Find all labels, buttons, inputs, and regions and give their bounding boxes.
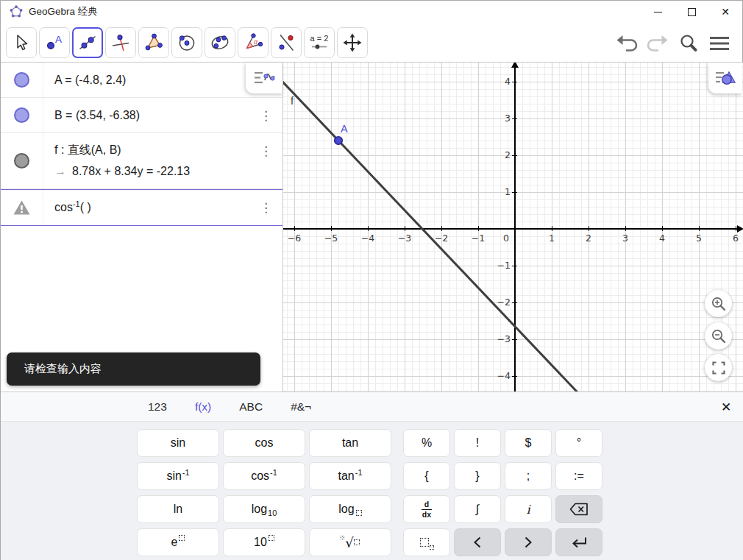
redo-button[interactable] xyxy=(644,30,669,57)
close-button[interactable]: ✕ xyxy=(708,1,742,23)
zoom-in-button[interactable] xyxy=(705,290,732,317)
svg-text:a = 2: a = 2 xyxy=(310,34,329,43)
point-A[interactable] xyxy=(335,137,343,145)
graphics-view[interactable]: −6−5−4−3−2−10123456−4−3−2−11234 fA xyxy=(283,63,743,391)
tab-fx[interactable]: f(x) xyxy=(189,400,217,414)
visibility-marble[interactable] xyxy=(14,72,29,88)
fullscreen-button[interactable] xyxy=(705,354,732,381)
key-degree[interactable]: ° xyxy=(555,429,602,457)
algebra-settings-icon xyxy=(252,68,276,88)
key-arcsin[interactable]: sin-1 xyxy=(137,462,219,490)
tab-123[interactable]: 123 xyxy=(142,400,173,414)
key-right-arrow[interactable] xyxy=(505,528,552,556)
key-sin[interactable]: sin xyxy=(137,429,219,457)
row-menu-button[interactable]: ⋮ xyxy=(260,109,272,121)
maximize-button[interactable] xyxy=(675,1,708,23)
titlebar: GeoGebra 经典 ✕ xyxy=(1,1,742,23)
point-tool[interactable]: A xyxy=(39,27,70,58)
key-brace-close[interactable]: } xyxy=(454,462,501,490)
svg-text:A: A xyxy=(55,34,62,45)
algebra-row[interactable]: cos-1( )⋮ xyxy=(1,189,282,226)
key-subscript[interactable] xyxy=(403,528,450,556)
key-backspace[interactable] xyxy=(555,495,602,523)
input-error-tooltip: 请检查输入内容 xyxy=(7,352,260,386)
line-f-label: f xyxy=(291,95,294,107)
algebra-expression: B = (3.54, -6.38) xyxy=(54,108,140,123)
tab-special[interactable]: #&¬ xyxy=(285,400,317,414)
key-logb[interactable]: log xyxy=(309,495,391,523)
key-ten-power[interactable]: 10 xyxy=(223,528,305,556)
zoom-out-button[interactable] xyxy=(705,322,732,350)
visibility-marble[interactable] xyxy=(14,153,29,169)
algebra-settings-button[interactable] xyxy=(246,63,282,93)
reflect-tool[interactable] xyxy=(271,27,302,58)
row-menu-button[interactable]: ⋮ xyxy=(260,202,272,214)
key-arccos[interactable]: cos-1 xyxy=(223,462,305,490)
key-ln[interactable]: ln xyxy=(137,495,219,523)
geogebra-logo-icon xyxy=(10,5,23,18)
slider-tool[interactable]: a = 2 xyxy=(304,27,335,58)
key-semicolon[interactable]: ; xyxy=(505,462,552,490)
graphics-settings-icon xyxy=(714,68,736,88)
keyboard-close-button[interactable]: ✕ xyxy=(717,397,736,417)
angle-tool[interactable]: α xyxy=(238,27,269,58)
virtual-keyboard: 123f(x)ABC#&¬✕ sincostan%!$°sin-1cos-1ta… xyxy=(1,391,743,560)
graphics-settings-button[interactable] xyxy=(708,63,742,93)
key-log10[interactable]: log10 xyxy=(223,495,305,523)
key-dollar[interactable]: $ xyxy=(505,429,552,457)
key-enter[interactable] xyxy=(555,528,602,556)
key-left-arrow[interactable] xyxy=(454,528,501,556)
key-arctan[interactable]: tan-1 xyxy=(309,462,391,490)
point-A-label: A xyxy=(341,123,348,135)
ellipse-tool[interactable] xyxy=(205,27,235,58)
algebra-row[interactable]: B = (3.54, -6.38)⋮ xyxy=(1,98,282,133)
key-derivative[interactable]: ddx xyxy=(403,495,450,523)
perpendicular-line-tool[interactable] xyxy=(105,27,136,58)
algebra-view[interactable]: A = (-4.8, 2.4)B = (3.54, -6.38)⋮f : 直线(… xyxy=(1,63,283,391)
warning-icon xyxy=(13,199,31,216)
key-tan[interactable]: tan xyxy=(309,429,391,457)
line-tool[interactable] xyxy=(72,27,103,58)
key-exclamation[interactable]: ! xyxy=(454,429,501,457)
key-brace-open[interactable]: { xyxy=(403,462,450,490)
toolbar: Aαa = 2 xyxy=(1,23,742,63)
key-nroot[interactable]: √ xyxy=(309,528,391,556)
algebra-expression: →8.78x + 8.34y = -22.13 xyxy=(54,164,190,179)
app-window: GeoGebra 经典 ✕ Aαa = 2 A = (-4.8, 2.4)B =… xyxy=(0,0,743,560)
window-title: GeoGebra 经典 xyxy=(29,5,98,18)
key-integral[interactable]: ∫ xyxy=(454,495,501,523)
undo-button[interactable] xyxy=(616,30,641,57)
algebra-expression: cos-1( ) xyxy=(54,199,91,215)
key-e-power[interactable]: e xyxy=(137,528,219,556)
fullscreen-icon xyxy=(712,361,725,375)
zoom-in-icon xyxy=(711,296,727,312)
key-imaginary[interactable]: i xyxy=(505,495,552,523)
algebra-expression: A = (-4.8, 2.4) xyxy=(54,73,126,88)
move-graphics-tool[interactable] xyxy=(337,27,368,58)
circle-tool[interactable] xyxy=(171,27,202,58)
key-cos[interactable]: cos xyxy=(223,429,305,457)
algebra-expression: f : 直线(A, B) xyxy=(54,143,190,157)
minimize-button[interactable] xyxy=(641,1,675,23)
polygon-tool[interactable] xyxy=(138,27,169,58)
zoom-out-icon xyxy=(711,328,727,344)
line-f[interactable] xyxy=(283,63,706,391)
row-menu-button[interactable]: ⋮ xyxy=(260,145,272,157)
key-percent[interactable]: % xyxy=(403,429,450,457)
move-tool[interactable] xyxy=(6,27,37,58)
svg-text:α: α xyxy=(254,38,258,46)
key-assign[interactable]: := xyxy=(555,462,602,490)
tab-abc[interactable]: ABC xyxy=(233,400,269,414)
visibility-marble[interactable] xyxy=(14,107,29,123)
search-button[interactable] xyxy=(678,30,699,57)
algebra-row[interactable]: f : 直线(A, B)→8.78x + 8.34y = -22.13⋮ xyxy=(1,133,282,189)
menu-button[interactable] xyxy=(708,30,730,57)
algebra-row[interactable]: A = (-4.8, 2.4) xyxy=(1,63,282,98)
